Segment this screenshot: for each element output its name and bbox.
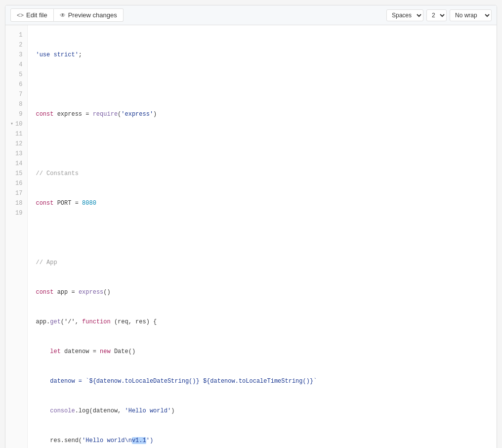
wrap-select[interactable]: No wrap Soft wrap [450, 9, 492, 21]
code-line-10: app.get('/', function (req, res) { [36, 317, 497, 327]
code-area[interactable]: 1 2 3 4 5 6 7 8 9 ▾10 11 12 13 14 15 16 … [5, 25, 497, 448]
editor-controls: Spaces Tabs 2 4 8 No wrap Soft wrap [386, 9, 492, 21]
tab-preview[interactable]: 👁 Preview changes [54, 8, 124, 22]
code-line-1: 'use strict'; [36, 50, 497, 60]
line-num-12: 12 [5, 139, 27, 149]
code-line-12: datenow = `${datenow.toLocaleDateString(… [36, 376, 497, 386]
line-num-15: 15 [5, 169, 27, 179]
code-line-9: const app = express() [36, 287, 497, 297]
line-num-19: 19 [5, 208, 27, 218]
editor-container: <> Edit file 👁 Preview changes Spaces Ta… [5, 5, 497, 448]
editor-toolbar: <> Edit file 👁 Preview changes Spaces Ta… [5, 5, 497, 25]
line-num-5: 5 [5, 70, 27, 80]
indent-size-dropdown[interactable]: 2 4 8 [427, 10, 446, 21]
indent-type-dropdown[interactable]: Spaces Tabs [387, 10, 423, 21]
line-num-14: 14 [5, 159, 27, 169]
editor-tabs: <> Edit file 👁 Preview changes [10, 8, 124, 22]
line-num-3: 3 [5, 50, 27, 60]
line-num-2: 2 [5, 40, 27, 50]
code-line-3: const express = require('express') [36, 109, 497, 119]
code-line-13: console.log(datenow, 'Hello world') [36, 406, 497, 416]
line-num-8: 8 [5, 99, 27, 109]
preview-icon: 👁 [60, 12, 66, 19]
code-line-14: res.send('Hello world\nv1.1') [36, 436, 497, 446]
edit-file-icon: <> [17, 12, 24, 19]
line-numbers: 1 2 3 4 5 6 7 8 9 ▾10 11 12 13 14 15 16 … [5, 25, 28, 448]
indent-type-select[interactable]: Spaces Tabs [386, 9, 423, 21]
tab-edit[interactable]: <> Edit file [10, 8, 54, 22]
code-line-6: const PORT = 8080 [36, 198, 497, 208]
line-num-18: 18 [5, 198, 27, 208]
code-editor[interactable]: 'use strict'; const express = require('e… [28, 25, 497, 448]
line-num-1: 1 [5, 30, 27, 40]
line-num-7: 7 [5, 90, 27, 99]
tab-edit-label: Edit file [26, 11, 47, 19]
line-num-10: ▾10 [5, 119, 27, 129]
line-num-16: 16 [5, 179, 27, 188]
code-line-4 [36, 139, 497, 149]
indent-size-select[interactable]: 2 4 8 [426, 9, 447, 21]
line-num-9: 9 [5, 109, 27, 119]
line-num-13: 13 [5, 149, 27, 159]
code-line-7 [36, 228, 497, 238]
line-num-11: 11 [5, 129, 27, 139]
line-num-6: 6 [5, 80, 27, 90]
code-line-5: // Constants [36, 169, 497, 179]
tab-preview-label: Preview changes [68, 11, 117, 19]
wrap-dropdown[interactable]: No wrap Soft wrap [450, 10, 491, 21]
code-line-2 [36, 80, 497, 90]
code-line-11: let datenow = new Date() [36, 347, 497, 357]
line-num-17: 17 [5, 188, 27, 198]
code-line-8: // App [36, 258, 497, 268]
line-num-4: 4 [5, 60, 27, 70]
